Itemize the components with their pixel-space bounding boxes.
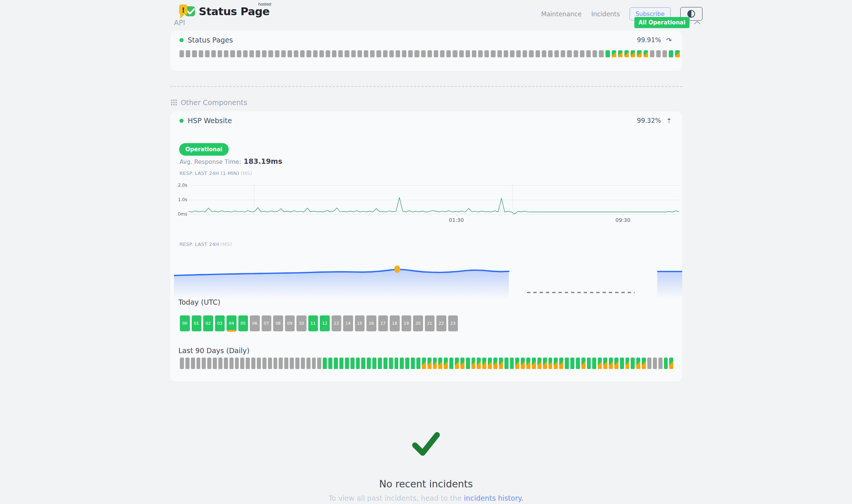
day-bar-nodata[interactable] [257,358,261,369]
uptime-bar-nodata[interactable] [650,50,654,57]
day-bar-nodata[interactable] [202,358,206,369]
hour-block-06[interactable]: 06 [250,315,260,331]
day-bar-up[interactable] [383,358,388,369]
uptime-bar-nodata[interactable] [446,50,451,57]
uptime-bar-nodata[interactable] [497,50,502,57]
day-bar-nodata[interactable] [317,358,321,369]
chevron-up-icon[interactable] [694,21,701,24]
uptime-bar-nodata[interactable] [504,50,508,57]
day-bar-nodata[interactable] [290,358,294,369]
hour-block-10[interactable]: 10 [296,315,306,331]
uptime-bar-nodata[interactable] [561,50,565,57]
day-bar-degraded[interactable] [549,358,553,369]
uptime-bar-nodata[interactable] [332,50,336,57]
hour-block-14[interactable]: 14 [343,315,353,331]
uptime-bar-nodata[interactable] [440,50,445,57]
hour-block-07[interactable]: 07 [262,315,272,331]
uptime-bar-nodata[interactable] [351,50,356,57]
uptime-bar-nodata[interactable] [256,50,260,57]
day-bar-nodata[interactable] [306,358,311,369]
day-bar-degraded[interactable] [603,358,607,369]
uptime-bar-nodata[interactable] [656,50,661,57]
uptime-bar-nodata[interactable] [364,50,368,57]
uptime-bar-nodata[interactable] [599,50,603,57]
day-bar-nodata[interactable] [295,358,299,369]
uptime-bar-nodata[interactable] [415,50,419,57]
uptime-bar-nodata[interactable] [523,50,527,57]
day-bar-up[interactable] [400,358,404,369]
day-bar-nodata[interactable] [218,358,222,369]
day-bar-up[interactable] [405,358,409,369]
day-bar-nodata[interactable] [240,358,244,369]
hour-block-00[interactable]: 00 [180,315,190,331]
uptime-bar-nodata[interactable] [338,50,343,57]
day-bar-degraded[interactable] [543,358,547,369]
day-bar-degraded[interactable] [493,358,497,369]
hour-block-17[interactable]: 17 [378,315,388,331]
day-bar-up[interactable] [510,358,514,369]
hour-block-05[interactable]: 05 [238,315,248,331]
day-bar-nodata[interactable] [229,358,234,369]
uptime-bar-nodata[interactable] [345,50,349,57]
uptime-bar-nodata[interactable] [326,50,330,57]
incidents-history-link[interactable]: incidents history [464,494,521,502]
day-bar-degraded[interactable] [669,358,673,369]
day-bar-degraded[interactable] [515,358,519,369]
uptime-bar-nodata[interactable] [574,50,578,57]
day-bar-degraded[interactable] [521,358,525,369]
hour-block-22[interactable]: 22 [436,315,446,331]
uptime-bar-nodata[interactable] [567,50,571,57]
uptime-bar-nodata[interactable] [459,50,464,57]
uptime-bar-nodata[interactable] [306,50,311,57]
day-bar-up[interactable] [592,358,596,369]
day-bar-up[interactable] [378,358,382,369]
uptime-bar-nodata[interactable] [358,50,362,57]
day-bar-up[interactable] [367,358,371,369]
day-bar-degraded[interactable] [444,358,448,369]
hour-block-04[interactable]: 04 [227,315,237,331]
uptime-bar-nodata[interactable] [275,50,279,57]
day-bar-up[interactable] [395,358,399,369]
day-bar-up[interactable] [339,358,343,369]
uptime-bar-nodata[interactable] [370,50,375,57]
hour-block-09[interactable]: 09 [285,315,295,331]
uptime-bar-nodata[interactable] [288,50,292,57]
uptime-bar-nodata[interactable] [389,50,394,57]
hour-block-18[interactable]: 18 [390,315,400,331]
uptime-bar-nodata[interactable] [224,50,228,57]
uptime-bar-nodata[interactable] [434,50,438,57]
hour-block-01[interactable]: 01 [192,315,202,331]
uptime-bar-nodata[interactable] [529,50,533,57]
uptime-bar-nodata[interactable] [262,50,266,57]
uptime-bar-nodata[interactable] [199,50,203,57]
hour-block-20[interactable]: 20 [413,315,423,331]
day-bar-nodata[interactable] [279,358,283,369]
day-bar-nodata[interactable] [207,358,211,369]
uptime-bar-nodata[interactable] [484,50,489,57]
uptime-bar-nodata[interactable] [313,50,318,57]
day-bar-nodata[interactable] [268,358,272,369]
uptime-bar-nodata[interactable] [383,50,388,57]
uptime-bar-nodata[interactable] [294,50,298,57]
day-bar-degraded[interactable] [532,358,536,369]
uptime-bar-nodata[interactable] [516,50,521,57]
hour-block-08[interactable]: 08 [273,315,283,331]
uptime-bar-nodata[interactable] [466,50,470,57]
day-bar-degraded[interactable] [438,358,442,369]
uptime-bar-nodata[interactable] [205,50,209,57]
uptime-bar-nodata[interactable] [408,50,413,57]
day-bar-degraded[interactable] [499,358,503,369]
uptime-bar-nodata[interactable] [376,50,381,57]
uptime-bar-nodata[interactable] [536,50,540,57]
day-bar-nodata[interactable] [284,358,288,369]
hour-block-03[interactable]: 03 [215,315,225,331]
day-bar-degraded[interactable] [427,358,432,369]
hour-block-12[interactable]: 12 [320,315,330,331]
uptime-bar-nodata[interactable] [218,50,222,57]
day-bar-degraded[interactable] [559,358,563,369]
uptime-bar-nodata[interactable] [580,50,584,57]
up-arrow-icon[interactable]: ⇡ [666,117,672,125]
day-bar-up[interactable] [620,358,624,369]
day-bar-degraded[interactable] [526,358,530,369]
day-bar-nodata[interactable] [251,358,255,369]
